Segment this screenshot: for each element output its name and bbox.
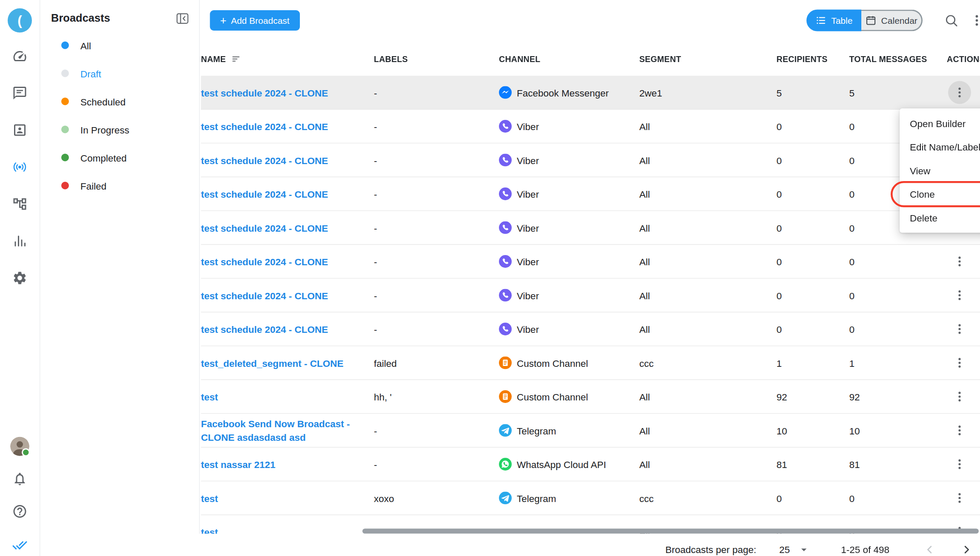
viber-icon bbox=[499, 255, 512, 268]
contacts-icon[interactable] bbox=[12, 122, 28, 138]
broadcast-name-link[interactable]: test schedule 2024 - CLONE bbox=[201, 187, 374, 201]
menu-item-clone[interactable]: Clone bbox=[900, 182, 980, 206]
table-row[interactable]: Facebook Send Now Broadcast - CLONE asda… bbox=[201, 414, 980, 448]
calendar-view-button[interactable]: Calendar bbox=[861, 10, 923, 31]
cell-segment: ccc bbox=[639, 493, 777, 504]
cell-segment: All bbox=[639, 425, 777, 436]
menu-item-delete[interactable]: Delete bbox=[900, 206, 980, 230]
broadcast-name-link[interactable]: test schedule 2024 - CLONE bbox=[201, 153, 374, 167]
sidebar-item-scheduled[interactable]: Scheduled bbox=[40, 88, 199, 116]
table-row[interactable]: test xoxo Telegram ccc 0 0 bbox=[201, 482, 980, 516]
table-row[interactable]: test schedule 2024 - CLONE - Facebook Me… bbox=[201, 76, 980, 110]
sort-icon[interactable] bbox=[232, 54, 242, 64]
table-row[interactable]: test nassar 2121 - WhatsApp Cloud API Al… bbox=[201, 448, 980, 482]
collapse-sidebar-icon[interactable] bbox=[176, 12, 189, 25]
table-row[interactable]: test_deleted_segment - CLONE failed Cust… bbox=[201, 346, 980, 380]
row-actions-button[interactable] bbox=[948, 487, 971, 510]
sidebar-item-draft[interactable]: Draft bbox=[40, 60, 199, 88]
view-toggle: Table Calendar bbox=[806, 10, 923, 31]
cell-recipients: 0 bbox=[777, 155, 849, 166]
workflows-icon[interactable] bbox=[12, 196, 28, 212]
broadcast-name-link[interactable]: test schedule 2024 - CLONE bbox=[201, 86, 374, 99]
add-broadcast-button[interactable]: + Add Broadcast bbox=[210, 10, 300, 31]
sidebar-item-label: Failed bbox=[80, 180, 106, 191]
previous-page-button[interactable] bbox=[921, 541, 938, 556]
sidebar-item-failed[interactable]: Failed bbox=[40, 172, 199, 200]
cell-recipients: 0 bbox=[777, 222, 849, 233]
broadcast-name-link[interactable]: test schedule 2024 - CLONE bbox=[201, 289, 374, 302]
table-row[interactable]: test schedule 2024 - CLONE - Viber All 0… bbox=[201, 144, 980, 178]
sidebar-item-label: All bbox=[80, 40, 91, 51]
help-icon[interactable] bbox=[12, 504, 28, 519]
row-actions-button[interactable] bbox=[948, 419, 971, 442]
horizontal-scrollbar[interactable] bbox=[362, 529, 979, 534]
row-actions-button[interactable] bbox=[948, 385, 971, 408]
cell-labels: xoxo bbox=[374, 493, 499, 504]
table-row[interactable]: test schedule 2024 - CLONE - Viber All 0… bbox=[201, 279, 980, 313]
cell-channel: Viber bbox=[499, 255, 639, 268]
table-header: NAME LABELS CHANNEL SEGMENT RECIPIENTS T… bbox=[201, 42, 980, 77]
broadcast-name-link[interactable]: test_deleted_segment - CLONE bbox=[201, 356, 374, 370]
dashboard-icon[interactable] bbox=[12, 48, 28, 64]
overflow-menu-icon[interactable] bbox=[969, 13, 980, 28]
broadcast-name-link[interactable]: test schedule 2024 - CLONE bbox=[201, 119, 374, 133]
search-icon[interactable] bbox=[944, 13, 959, 28]
cell-channel: Viber bbox=[499, 187, 639, 200]
table-row[interactable]: test schedule 2024 - CLONE - Viber All 0… bbox=[201, 110, 980, 144]
next-page-button[interactable] bbox=[958, 541, 975, 556]
table-row[interactable]: test schedule 2024 - CLONE - Viber All 0… bbox=[201, 312, 980, 346]
broadcast-name-link[interactable]: test schedule 2024 - CLONE bbox=[201, 255, 374, 268]
menu-item-view[interactable]: View bbox=[900, 159, 980, 183]
cell-labels: - bbox=[374, 121, 499, 132]
cell-labels: - bbox=[374, 87, 499, 98]
cell-channel: Custom Channel bbox=[499, 357, 639, 369]
row-actions-button[interactable] bbox=[948, 352, 971, 374]
row-actions-button[interactable] bbox=[948, 250, 971, 273]
broadcast-name-link[interactable]: test nassar 2121 bbox=[201, 457, 374, 471]
menu-item-open-builder[interactable]: Open Builder bbox=[900, 112, 980, 136]
cell-channel: Viber bbox=[499, 221, 639, 234]
broadcast-name-link[interactable]: test bbox=[201, 491, 374, 505]
row-actions-button[interactable] bbox=[948, 453, 971, 476]
app-logo[interactable]: ( bbox=[8, 9, 32, 33]
table-view-label: Table bbox=[831, 15, 852, 26]
row-actions-button[interactable] bbox=[948, 284, 971, 307]
done-all-icon[interactable] bbox=[12, 538, 28, 553]
table-row[interactable]: test schedule 2024 - CLONE - Viber All 0… bbox=[201, 177, 980, 211]
per-page-select[interactable]: 25 bbox=[779, 543, 810, 556]
broadcast-filters: All Draft Scheduled In Progress Complete… bbox=[40, 31, 199, 200]
broadcasts-sidebar: Broadcasts All Draft Scheduled In Progre… bbox=[40, 0, 200, 556]
sidebar-item-in-progress[interactable]: In Progress bbox=[40, 116, 199, 144]
channel-label: Facebook Messenger bbox=[517, 87, 609, 98]
user-avatar[interactable] bbox=[10, 437, 29, 456]
settings-icon[interactable] bbox=[12, 270, 28, 286]
table-row[interactable]: test schedule 2024 - CLONE - Viber All 0… bbox=[201, 211, 980, 245]
menu-item-edit-name-label[interactable]: Edit Name/Label bbox=[900, 135, 980, 159]
avatar-photo bbox=[10, 437, 29, 456]
broadcast-name-link[interactable]: test schedule 2024 - CLONE bbox=[201, 322, 374, 336]
table-row[interactable]: test schedule 2024 - CLONE - Viber All 0… bbox=[201, 245, 980, 279]
inbox-chat-icon[interactable] bbox=[12, 85, 28, 101]
calendar-icon bbox=[865, 15, 877, 26]
reports-icon[interactable] bbox=[12, 233, 28, 249]
table-row[interactable]: test hh, ' Custom Channel All 92 92 bbox=[201, 380, 980, 414]
cell-segment: All bbox=[639, 290, 777, 301]
row-actions-button[interactable] bbox=[948, 81, 971, 104]
cell-channel: Viber bbox=[499, 154, 639, 167]
cell-labels: - bbox=[374, 188, 499, 199]
table-view-button[interactable]: Table bbox=[806, 10, 861, 31]
notifications-bell-icon[interactable] bbox=[12, 471, 28, 487]
broadcast-name-link[interactable]: test schedule 2024 - CLONE bbox=[201, 221, 374, 235]
sidebar-item-all[interactable]: All bbox=[40, 31, 199, 60]
sidebar-item-completed[interactable]: Completed bbox=[40, 144, 199, 172]
cell-segment: All bbox=[639, 222, 777, 233]
cell-channel: Telegram bbox=[499, 492, 639, 505]
broadcast-icon[interactable] bbox=[12, 159, 28, 175]
cell-recipients: 10 bbox=[777, 425, 849, 436]
cell-labels: - bbox=[374, 425, 499, 436]
column-header-name[interactable]: NAME bbox=[201, 54, 374, 64]
cell-channel: Viber bbox=[499, 120, 639, 133]
row-actions-button[interactable] bbox=[948, 318, 971, 340]
broadcast-name-link[interactable]: Facebook Send Now Broadcast - CLONE asda… bbox=[201, 417, 374, 444]
broadcast-name-link[interactable]: test bbox=[201, 390, 374, 403]
